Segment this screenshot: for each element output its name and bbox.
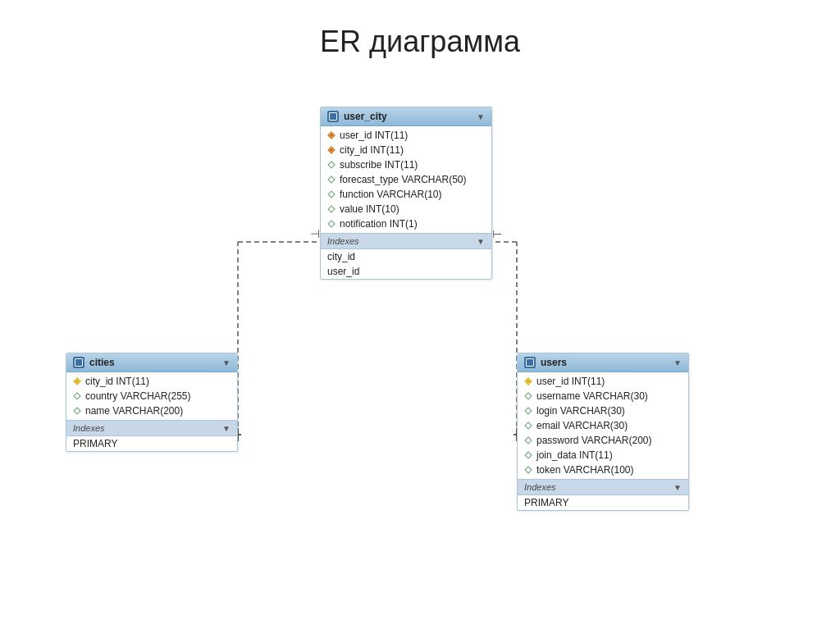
dropdown-arrow[interactable]: ▼ bbox=[673, 358, 682, 367]
svg-marker-22 bbox=[74, 408, 80, 414]
field-row: user_id INT(11) bbox=[321, 128, 491, 143]
table-users: users ▼ user_id INT(11) username VARCHAR… bbox=[517, 353, 689, 511]
field-row: city_id INT(11) bbox=[321, 143, 491, 157]
field-row: username VARCHAR(30) bbox=[518, 389, 688, 403]
index-row: user_id bbox=[321, 264, 491, 279]
table-cities-name: cities bbox=[89, 357, 115, 368]
svg-marker-27 bbox=[525, 422, 532, 429]
table-cities-header: cities ▼ bbox=[66, 353, 237, 372]
table-users-header: users ▼ bbox=[518, 353, 688, 372]
svg-marker-26 bbox=[525, 408, 532, 414]
field-row: name VARCHAR(200) bbox=[66, 403, 237, 418]
field-row: notification INT(1) bbox=[321, 217, 491, 231]
field-row: password VARCHAR(200) bbox=[518, 433, 688, 448]
field-row: join_data INT(11) bbox=[518, 448, 688, 463]
table-user-city-fields: user_id INT(11) city_id INT(11) subscrib… bbox=[321, 126, 491, 233]
svg-marker-17 bbox=[328, 206, 335, 212]
indexes-dropdown[interactable]: ▼ bbox=[222, 424, 231, 433]
table-user-city-indexes-header: Indexes ▼ bbox=[321, 233, 491, 249]
field-row: email VARCHAR(30) bbox=[518, 418, 688, 433]
field-row: value INT(10) bbox=[321, 202, 491, 217]
field-row: country VARCHAR(255) bbox=[66, 389, 237, 403]
table-users-indexes-header: Indexes ▼ bbox=[518, 479, 688, 495]
table-users-fields: user_id INT(11) username VARCHAR(30) log… bbox=[518, 372, 688, 479]
table-users-name: users bbox=[541, 357, 567, 368]
table-icon bbox=[524, 357, 536, 368]
index-row: city_id bbox=[321, 249, 491, 264]
table-icon bbox=[327, 111, 339, 122]
index-row: PRIMARY bbox=[66, 436, 237, 451]
indexes-dropdown[interactable]: ▼ bbox=[477, 237, 485, 246]
svg-marker-16 bbox=[328, 191, 335, 198]
svg-marker-21 bbox=[74, 393, 80, 399]
svg-marker-18 bbox=[328, 221, 335, 227]
diagram-area: ⊣ ⊢ user_city ▼ user_id INT(11) city_id … bbox=[0, 82, 840, 629]
table-cities-indexes-header: Indexes ▼ bbox=[66, 420, 237, 436]
field-row: token VARCHAR(100) bbox=[518, 463, 688, 477]
field-row: city_id INT(11) bbox=[66, 374, 237, 389]
svg-text:⊢: ⊢ bbox=[492, 227, 502, 240]
dropdown-arrow[interactable]: ▼ bbox=[222, 358, 231, 367]
field-row: forecast_type VARCHAR(50) bbox=[321, 172, 491, 187]
svg-point-24 bbox=[527, 380, 530, 383]
table-cities-fields: city_id INT(11) country VARCHAR(255) nam… bbox=[66, 372, 237, 420]
table-user-city-name: user_city bbox=[344, 111, 387, 122]
field-row: subscribe INT(11) bbox=[321, 157, 491, 172]
svg-marker-25 bbox=[525, 393, 532, 399]
field-row: function VARCHAR(10) bbox=[321, 187, 491, 202]
svg-marker-14 bbox=[328, 162, 335, 168]
table-user-city: user_city ▼ user_id INT(11) city_id INT(… bbox=[320, 107, 492, 280]
table-user-city-header: user_city ▼ bbox=[321, 107, 491, 126]
svg-marker-30 bbox=[525, 467, 532, 473]
indexes-dropdown[interactable]: ▼ bbox=[673, 483, 682, 492]
table-icon bbox=[73, 357, 84, 368]
page-title: ER диаграмма bbox=[0, 0, 840, 59]
index-row: PRIMARY bbox=[518, 495, 688, 510]
svg-point-20 bbox=[75, 380, 79, 383]
dropdown-arrow[interactable]: ▼ bbox=[477, 112, 485, 121]
field-row: login VARCHAR(30) bbox=[518, 403, 688, 418]
field-row: user_id INT(11) bbox=[518, 374, 688, 389]
table-cities: cities ▼ city_id INT(11) country VARCHAR… bbox=[66, 353, 238, 452]
svg-marker-15 bbox=[328, 176, 335, 183]
svg-marker-28 bbox=[525, 437, 532, 444]
svg-text:⊣: ⊣ bbox=[310, 227, 320, 240]
svg-marker-29 bbox=[525, 452, 532, 458]
